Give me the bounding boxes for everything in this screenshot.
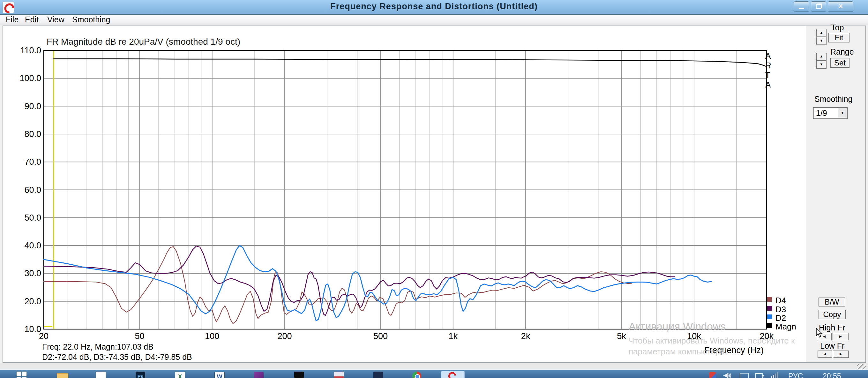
y-tick-label: 30.0 [24, 268, 41, 278]
resize-grip[interactable] [857, 364, 866, 369]
window-bottom-frame [0, 363, 868, 370]
down-arrow-icon: ▼ [820, 62, 823, 66]
dropdown-arrow-icon[interactable]: ▼ [838, 108, 847, 117]
y-tick-label: 10.0 [24, 324, 41, 334]
right-arrow-icon: ► [839, 334, 843, 339]
series-d2-curve [44, 245, 711, 321]
tray-volume[interactable]: ◀))) [723, 372, 733, 378]
taskbar-explorer[interactable] [57, 372, 67, 378]
analyzer-icon [334, 372, 344, 378]
taskbar-spectrum[interactable] [294, 372, 304, 378]
low-fr-label: Low Fr [820, 341, 844, 351]
d4-swatch [767, 297, 772, 302]
taskbar-excel[interactable]: X [175, 372, 185, 378]
monitor-icon [740, 373, 749, 378]
battery-icon [755, 373, 763, 378]
start-button[interactable] [17, 372, 27, 378]
cursor-readout-line2: D2:-72.04 dB, D3:-74.35 dB, D4:-79.85 dB [42, 352, 192, 362]
x-tick-label: 50 [135, 331, 144, 341]
y-tick-label: 90.0 [24, 101, 41, 111]
taskbar-arta-active[interactable] [441, 371, 465, 378]
taskbar-cards[interactable] [96, 372, 106, 378]
clock[interactable]: 20:55 [823, 372, 841, 378]
x-tick-label: 2k [521, 331, 530, 341]
magn-swatch [767, 323, 772, 328]
taskbar-word[interactable]: W [214, 372, 225, 378]
smoothing-value: 1/9 [816, 109, 827, 118]
chart-title: FR Magnitude dB re 20uPa/V (smoothed 1/9… [46, 37, 240, 47]
right-arrow-icon: ► [839, 351, 843, 356]
high-fr-right-button[interactable]: ► [833, 333, 848, 340]
left-arrow-icon: ◄ [823, 351, 827, 356]
x-tick-label: 500 [373, 331, 388, 341]
series-magn-curve [54, 59, 767, 66]
cursor-axis-marker [44, 326, 52, 327]
signal-bars-icon [771, 372, 781, 378]
cards-icon [96, 372, 106, 378]
up-arrow-icon: ▲ [820, 31, 823, 34]
low-fr-left-button[interactable]: ◄ [817, 351, 832, 358]
folder-icon [57, 373, 68, 378]
fit-button[interactable]: Fit [829, 33, 849, 42]
mouse-pointer [816, 328, 825, 339]
taskbar: Ps X W ◀))) РУС 20:55 [0, 370, 868, 378]
scope-icon [373, 372, 383, 378]
top-up-spinner[interactable]: ▲ [816, 29, 827, 37]
y-tick-label: 80.0 [24, 129, 41, 139]
x-tick-label: 10k [687, 331, 701, 341]
x-tick-label: 200 [278, 331, 292, 341]
taskbar-analyzer[interactable] [334, 372, 344, 378]
windows-logo-icon [17, 372, 27, 378]
photoshop-icon: Ps [135, 372, 145, 378]
tray-network[interactable] [771, 372, 781, 378]
taskbar-photoshop[interactable]: Ps [135, 372, 146, 378]
y-tick-label: 110.0 [20, 46, 41, 55]
word-icon: W [214, 372, 225, 378]
range-down-spinner[interactable]: ▼ [816, 61, 827, 69]
y-tick-label: 50.0 [24, 213, 41, 223]
spectrum-icon [294, 372, 304, 378]
bw-button[interactable]: B/W [818, 297, 845, 307]
smoothing-label: Smoothing [814, 94, 853, 104]
copy-button[interactable]: Copy [818, 310, 846, 319]
y-tick-label: 70.0 [24, 157, 41, 167]
arta-corner-text: A R T A [765, 51, 776, 89]
x-axis-title: Frequency (Hz) [704, 345, 764, 355]
x-tick-label: 20k [760, 331, 774, 341]
taskbar-vegas[interactable] [254, 372, 264, 378]
chart-canvas[interactable]: 20501002005001k2k5k10k20k110.0100.090.08… [0, 0, 868, 378]
y-tick-label: 40.0 [24, 241, 41, 250]
top-down-spinner[interactable]: ▼ [816, 37, 827, 45]
language-indicator[interactable]: РУС [788, 372, 803, 378]
smoothing-dropdown[interactable]: 1/9 ▼ [813, 107, 847, 119]
app-window: Frequency Response and Distortions (Unti… [0, 0, 868, 378]
taskbar-scope[interactable] [373, 372, 383, 378]
up-arrow-icon: ▲ [820, 54, 823, 58]
down-arrow-icon: ▼ [820, 39, 823, 42]
taskbar-chrome[interactable] [412, 372, 423, 378]
speaker-icon: ◀))) [723, 372, 731, 378]
x-tick-label: 5k [617, 331, 626, 341]
d3-swatch [767, 306, 772, 311]
y-tick-label: 20.0 [24, 297, 41, 306]
range-up-spinner[interactable]: ▲ [816, 53, 827, 61]
tray-display[interactable] [740, 372, 750, 378]
y-tick-label: 100.0 [20, 74, 41, 83]
chrome-icon [412, 372, 421, 378]
y-tick-label: 60.0 [24, 185, 41, 195]
low-fr-right-button[interactable]: ► [833, 351, 849, 358]
vegas-icon [254, 372, 264, 378]
x-tick-label: 100 [205, 331, 219, 341]
tray-arta[interactable] [709, 372, 719, 378]
range-label: Range [830, 47, 854, 57]
tray-app-icon [709, 372, 716, 378]
series-d4-curve [44, 247, 631, 324]
x-tick-label: 1k [449, 331, 458, 341]
legend-label: Magn [775, 322, 796, 332]
cursor-readout-line1: Freq: 22.0 Hz, Magn:107.03 dB [42, 342, 154, 351]
tray-power[interactable] [755, 372, 765, 378]
top-label: Top [831, 23, 844, 32]
set-button[interactable]: Set [830, 58, 849, 68]
d2-swatch [767, 315, 772, 319]
legend-label: D4 [775, 296, 786, 306]
